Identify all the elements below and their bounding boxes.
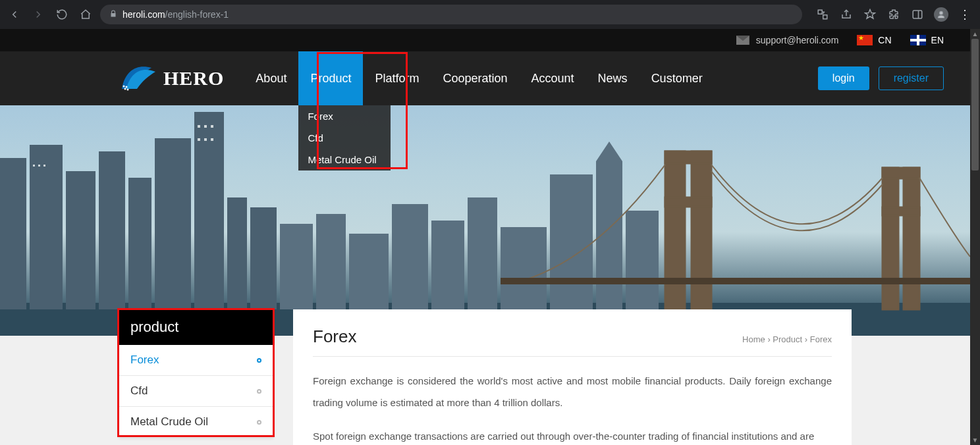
breadcrumb-product[interactable]: Product [773,334,802,344]
sidebar-item-forex[interactable]: Forex [119,345,273,376]
scrollbar-thumb[interactable] [971,39,979,170]
kebab-menu-icon[interactable]: ⋮ [955,5,975,24]
scrollbar-down-button[interactable]: ▼ [970,435,980,445]
lang-cn-label: CN [878,35,891,45]
svg-rect-27 [665,151,685,309]
sidebar-item-label: Metal Crude Oil [130,415,208,429]
svg-rect-40 [204,138,207,141]
vertical-scrollbar[interactable]: ▲ ▼ [970,29,980,445]
logo-text: HERO [163,67,224,90]
site-logo[interactable]: HERO [119,63,224,94]
forward-button[interactable] [29,5,47,24]
svg-rect-24 [596,161,622,309]
svg-rect-44 [43,165,45,167]
svg-rect-11 [128,178,151,309]
nav-cooperation[interactable]: Cooperation [431,51,519,105]
svg-point-1 [940,11,943,14]
dropdown-forex[interactable]: Forex [298,105,391,127]
main-navbar: HERO About Product Forex Cfd Metal Crude… [0,51,970,105]
nav-customer[interactable]: Customer [640,51,715,105]
reload-button[interactable] [53,5,71,24]
support-email-text: support@heroli.com [756,35,839,45]
browser-toolbar: heroli.com/english-forex-1 ⋮ [0,0,980,29]
svg-rect-36 [198,125,200,128]
svg-rect-7 [0,158,26,309]
body-paragraph: Spot foreign exchange transactions are c… [313,425,832,445]
share-icon[interactable] [836,5,856,24]
svg-rect-10 [99,151,125,309]
lang-en-label: EN [931,35,944,45]
svg-rect-43 [38,165,40,167]
nav-account[interactable]: Account [520,51,586,105]
translate-icon[interactable] [813,5,832,24]
sidebar-item-label: Forex [130,353,159,367]
svg-rect-42 [33,165,35,167]
svg-rect-37 [204,125,207,128]
svg-rect-29 [665,151,711,163]
page-viewport: ▲ ▼ support@heroli.com CN EN [0,29,980,445]
scrollbar-up-button[interactable]: ▲ [970,29,980,39]
breadcrumb: Home › Product › Forex [742,334,832,344]
svg-rect-41 [211,138,213,141]
svg-rect-16 [280,224,313,309]
svg-rect-12 [155,138,191,309]
bullet-icon [257,358,261,363]
svg-marker-25 [596,142,622,161]
svg-rect-17 [316,214,346,309]
lang-en[interactable]: EN [910,35,944,45]
hero-banner [0,105,970,336]
main-content: Forex Home › Product › Forex Foreign exc… [293,309,852,445]
product-dropdown: Forex Cfd Metal Crude Oil [298,105,391,170]
svg-rect-23 [550,174,593,309]
extensions-icon[interactable] [884,5,904,24]
svg-rect-26 [626,211,659,309]
nav-menu: About Product Forex Cfd Metal Crude Oil … [244,51,714,105]
lang-cn[interactable]: CN [857,35,891,45]
svg-rect-19 [392,204,428,309]
sidepanel-icon[interactable] [908,5,927,24]
dropdown-metal[interactable]: Metal Crude Oil [298,149,391,170]
svg-point-5 [127,89,129,91]
sidebar-wrapper: product Forex Cfd Metal Crude Oil [119,309,273,445]
svg-rect-9 [66,171,95,309]
nav-platform[interactable]: Platform [363,51,431,105]
login-button[interactable]: login [818,66,869,90]
back-button[interactable] [5,5,24,24]
svg-rect-34 [883,207,919,215]
sidebar-title: product [119,309,273,345]
body-paragraph: Foreign exchange is considered the world… [313,370,832,413]
nav-product[interactable]: Product Forex Cfd Metal Crude Oil [298,51,363,105]
top-contact-strip: support@heroli.com CN EN [0,29,970,51]
sidebar-item-label: Cfd [130,384,148,398]
nav-about[interactable]: About [244,51,298,105]
profile-avatar[interactable] [931,5,951,24]
flag-en-icon [910,35,926,45]
svg-rect-21 [468,197,497,309]
svg-rect-0 [913,11,922,18]
svg-rect-38 [211,125,213,128]
url-text: heroli.com/english-forex-1 [122,9,229,20]
svg-rect-18 [349,234,389,309]
nav-news[interactable]: News [586,51,640,105]
home-button[interactable] [76,5,95,24]
svg-rect-13 [194,112,224,309]
bullet-icon [257,389,261,394]
address-bar[interactable]: heroli.com/english-forex-1 [100,5,802,24]
svg-rect-28 [692,151,711,309]
breadcrumb-current: Forex [810,334,832,344]
register-button[interactable]: register [879,66,944,90]
svg-rect-14 [227,197,247,309]
support-email[interactable]: support@heroli.com [736,35,839,45]
svg-point-3 [126,86,128,88]
logo-mark-icon [119,63,158,94]
bookmark-star-icon[interactable] [860,5,880,24]
sidebar-item-metal[interactable]: Metal Crude Oil [119,407,273,438]
breadcrumb-home[interactable]: Home [742,334,765,344]
flag-cn-icon [857,35,873,45]
svg-rect-39 [198,138,200,141]
sidebar: product Forex Cfd Metal Crude Oil [119,309,273,438]
svg-rect-31 [883,168,898,309]
svg-rect-35 [501,278,970,284]
dropdown-cfd[interactable]: Cfd [298,127,391,149]
sidebar-item-cfd[interactable]: Cfd [119,376,273,407]
